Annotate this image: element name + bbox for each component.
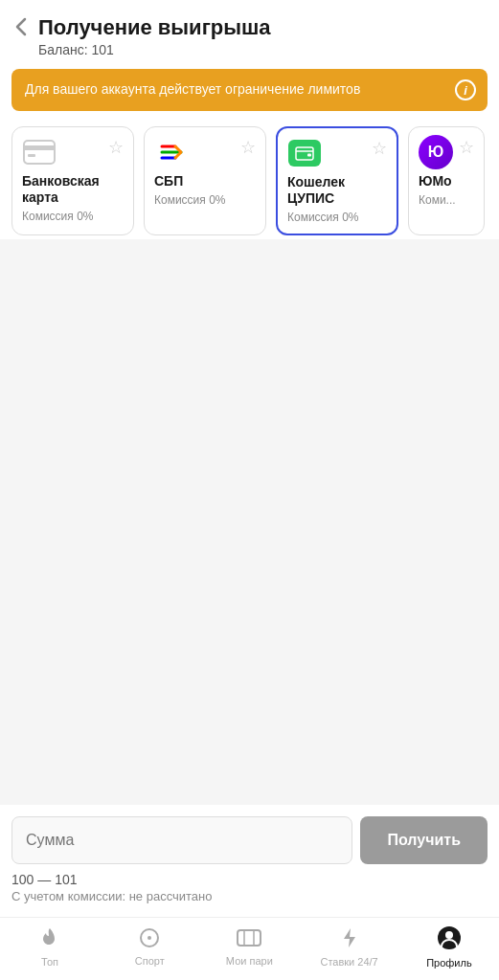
nav-label-bets-247: Ставки 24/7 bbox=[320, 956, 377, 968]
nav-label-top: Топ bbox=[41, 956, 58, 968]
payment-method-name: Кошелек ЦУПИС bbox=[287, 174, 387, 207]
info-icon[interactable]: i bbox=[455, 79, 476, 100]
nav-label-sport: Спорт bbox=[135, 955, 165, 967]
svg-rect-5 bbox=[307, 153, 311, 156]
bottom-nav: Топ Спорт Мои пари Ставки 24/7 bbox=[0, 917, 499, 980]
svg-rect-8 bbox=[238, 930, 261, 946]
payment-method-commission: Комиссия 0% bbox=[154, 193, 256, 207]
payment-method-commission: Комиссия 0% bbox=[22, 210, 124, 223]
payment-method-name: ЮМо bbox=[419, 173, 474, 189]
amount-input[interactable] bbox=[11, 816, 352, 864]
warning-text: Для вашего аккаунта действует ограничени… bbox=[25, 80, 449, 100]
svg-point-10 bbox=[445, 931, 453, 939]
payment-method-name: Банковская карта bbox=[22, 173, 124, 206]
bets-icon bbox=[237, 927, 261, 952]
page-title: Получение выигрыша bbox=[38, 15, 271, 40]
payment-method-sbp[interactable]: ☆ СБП Комиссия 0% bbox=[144, 126, 266, 235]
payment-method-bank-card[interactable]: ☆ Банковская карта Комиссия 0% bbox=[11, 126, 134, 235]
nav-item-bets-247[interactable]: Ставки 24/7 bbox=[320, 926, 377, 968]
balance-label: Баланс: 101 bbox=[38, 42, 271, 57]
bottom-form: Получить 100 — 101 С учетом комиссии: не… bbox=[0, 805, 499, 917]
get-button[interactable]: Получить bbox=[360, 816, 488, 864]
sport-icon bbox=[139, 927, 160, 952]
nav-item-my-bets[interactable]: Мои пари bbox=[220, 927, 278, 967]
svg-rect-1 bbox=[24, 145, 55, 150]
header-text: Получение выигрыша Баланс: 101 bbox=[38, 15, 271, 57]
sbp-icon bbox=[154, 139, 189, 166]
nav-item-profile[interactable]: Профиль bbox=[420, 925, 478, 969]
warning-banner: Для вашего аккаунта действует ограничени… bbox=[11, 69, 488, 111]
payment-method-commission: Комиссия 0% bbox=[287, 211, 387, 224]
nav-item-top[interactable]: Топ bbox=[21, 926, 79, 968]
nav-item-sport[interactable]: Спорт bbox=[121, 927, 178, 967]
payment-methods-list: ☆ Банковская карта Комиссия 0% ☆ СБП bbox=[0, 122, 499, 239]
nav-label-my-bets: Мои пари bbox=[226, 955, 273, 967]
nav-label-profile: Профиль bbox=[426, 957, 472, 969]
wallet-cupis-icon bbox=[287, 140, 322, 167]
favorite-icon[interactable]: ☆ bbox=[459, 137, 474, 158]
favorite-icon[interactable]: ☆ bbox=[108, 137, 124, 158]
payment-method-wallet-cupis[interactable]: ☆ Кошелек ЦУПИС Комиссия 0% bbox=[276, 126, 398, 235]
profile-icon bbox=[437, 925, 462, 954]
main-content-area bbox=[0, 239, 499, 805]
svg-rect-4 bbox=[296, 147, 313, 160]
svg-point-7 bbox=[147, 936, 151, 940]
input-row: Получить bbox=[11, 816, 488, 864]
payment-method-commission: Коми... bbox=[419, 193, 474, 207]
header: Получение выигрыша Баланс: 101 bbox=[0, 0, 499, 69]
svg-rect-0 bbox=[24, 141, 55, 164]
payment-method-yumoney[interactable]: ☆ Ю ЮМо Коми... bbox=[408, 126, 485, 235]
payment-method-name: СБП bbox=[154, 173, 256, 189]
bank-card-icon bbox=[22, 139, 57, 166]
svg-rect-2 bbox=[28, 154, 35, 157]
amount-range: 100 — 101 bbox=[11, 872, 488, 887]
back-button[interactable] bbox=[15, 17, 27, 39]
commission-note: С учетом комиссии: не рассчитано bbox=[11, 889, 488, 903]
flame-icon bbox=[39, 926, 60, 953]
favorite-icon[interactable]: ☆ bbox=[240, 137, 256, 158]
lightning-icon bbox=[341, 926, 358, 953]
favorite-icon[interactable]: ☆ bbox=[372, 138, 387, 159]
yumoney-icon: Ю bbox=[419, 139, 453, 166]
